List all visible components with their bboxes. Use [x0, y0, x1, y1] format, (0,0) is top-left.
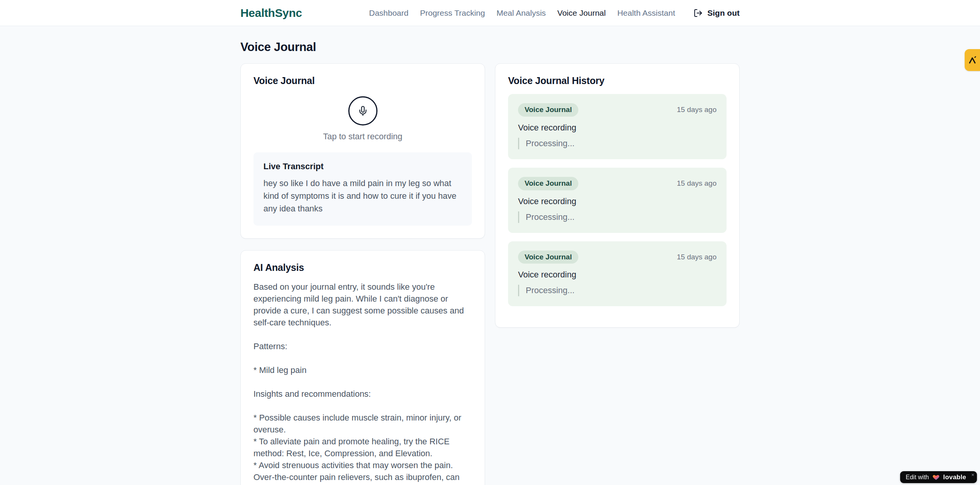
nav-health-assistant[interactable]: Health Assistant [617, 8, 675, 18]
entry-status: Processing... [518, 211, 717, 223]
entry-type-badge: Voice Journal [518, 177, 578, 190]
live-transcript-box: Live Transcript hey so like I do have a … [253, 152, 472, 226]
voice-journal-history-card: Voice Journal History Voice Journal 15 d… [495, 63, 740, 328]
history-title: Voice Journal History [508, 75, 727, 86]
sign-out-label: Sign out [707, 8, 740, 18]
edit-with-lovable-badge[interactable]: Edit with lovable × [900, 471, 977, 483]
heart-icon [932, 473, 940, 481]
edit-with-label: Edit with [906, 474, 929, 481]
entry-description: Voice recording [518, 196, 717, 206]
page-title: Voice Journal [240, 40, 740, 54]
entry-timestamp: 15 days ago [677, 106, 717, 114]
nav-progress-tracking[interactable]: Progress Tracking [420, 8, 485, 18]
ai-analysis-title: AI Analysis [253, 262, 472, 273]
entry-type-badge: Voice Journal [518, 251, 578, 264]
entry-description: Voice recording [518, 123, 717, 133]
nav-voice-journal[interactable]: Voice Journal [557, 8, 606, 18]
entry-description: Voice recording [518, 270, 717, 280]
live-transcript-text: hey so like I do have a mild pain in my … [263, 177, 462, 215]
side-extension-tab[interactable] [965, 49, 980, 71]
history-entry[interactable]: Voice Journal 15 days ago Voice recordin… [508, 241, 727, 307]
history-entry[interactable]: Voice Journal 15 days ago Voice recordin… [508, 168, 727, 233]
nav-meal-analysis[interactable]: Meal Analysis [497, 8, 546, 18]
close-icon[interactable]: × [971, 472, 974, 477]
lovable-brand-label: lovable [943, 473, 966, 481]
entry-timestamp: 15 days ago [677, 253, 717, 261]
record-button[interactable] [348, 96, 377, 125]
tap-to-record-hint: Tap to start recording [323, 132, 402, 142]
live-transcript-title: Live Transcript [263, 162, 462, 172]
entry-status: Processing... [518, 138, 717, 149]
microphone-icon [358, 106, 368, 116]
top-nav: HealthSync Dashboard Progress Tracking M… [0, 0, 980, 26]
entry-status: Processing... [518, 285, 717, 296]
ai-analysis-card: AI Analysis Based on your journal entry,… [240, 250, 485, 485]
main-content: Voice Journal Voice Journal [240, 26, 740, 485]
sign-out-button[interactable]: Sign out [694, 8, 740, 18]
nav-dashboard[interactable]: Dashboard [369, 8, 409, 18]
log-out-icon [694, 8, 703, 18]
app-logo[interactable]: HealthSync [240, 7, 302, 20]
history-entry[interactable]: Voice Journal 15 days ago Voice recordin… [508, 94, 727, 159]
main-nav: Dashboard Progress Tracking Meal Analysi… [369, 8, 740, 18]
entry-type-badge: Voice Journal [518, 103, 578, 117]
ai-analysis-body: Based on your journal entry, it sounds l… [253, 281, 472, 485]
amber-logo-icon [968, 56, 977, 65]
voice-journal-card: Voice Journal Tap to start recording [240, 63, 485, 239]
entry-timestamp: 15 days ago [677, 179, 717, 188]
recorder-card-title: Voice Journal [253, 75, 472, 86]
